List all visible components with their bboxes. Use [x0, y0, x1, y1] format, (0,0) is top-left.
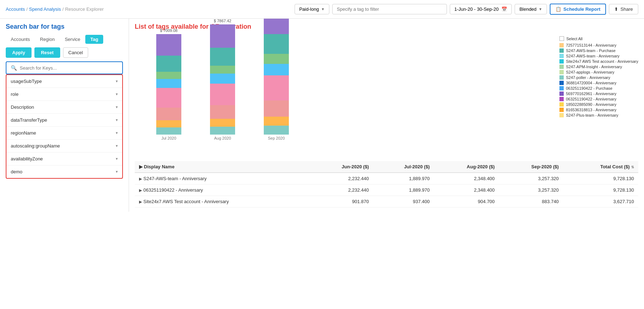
- cancel-button[interactable]: Cancel: [63, 47, 88, 58]
- tag-label: availabilityZone: [11, 156, 43, 161]
- table-row: ▶S247-AWS-team - Anniversary 2,232.440 1…: [135, 173, 638, 184]
- bar-month-label: Jul 2020: [161, 136, 176, 140]
- paid-long-dropdown[interactable]: Paid-long ▼: [295, 4, 329, 14]
- bar-total-label: $ 7867.42: [214, 19, 232, 23]
- cell-sep: 3,257.320: [499, 184, 563, 196]
- tags-list-container: usageSubType▾role▾Description▾dataTransf…: [6, 74, 123, 179]
- tag-label: usageSubType: [11, 79, 42, 84]
- list-item[interactable]: regionName▾: [6, 127, 122, 140]
- chevron-down-icon: ▾: [116, 156, 118, 161]
- chart-and-legend: $ 7009.08Jul 2020$ 7867.42Aug 2020$ 9739…: [135, 36, 638, 158]
- tab-tag[interactable]: Tag: [85, 35, 103, 44]
- reset-button[interactable]: Reset: [34, 47, 60, 58]
- bar-segment: [264, 126, 289, 135]
- legend-color-box: [559, 65, 564, 69]
- legend-color-box: [559, 113, 564, 117]
- legend-item: S247-AWS-team - Anniversary: [559, 54, 638, 58]
- col-aug: Aug-2020 ($): [434, 161, 499, 173]
- list-item[interactable]: dataTransferType▾: [6, 114, 122, 127]
- chevron-down-icon: ▾: [116, 92, 118, 97]
- bar-segment: [210, 66, 235, 74]
- cell-aug: 2,348.400: [434, 173, 499, 184]
- chevron-down-icon: ▾: [116, 131, 118, 135]
- list-item[interactable]: role▾: [6, 88, 122, 101]
- tab-accounts[interactable]: Accounts: [6, 35, 35, 44]
- date-range-button[interactable]: 1-Jun-20 - 30-Sep-20 📅: [450, 4, 512, 14]
- expand-col-icon[interactable]: ▶: [139, 164, 143, 169]
- list-item[interactable]: autoscaling:groupName▾: [6, 140, 122, 153]
- legend-color-box: [559, 92, 564, 96]
- bars-row: $ 7009.08Jul 2020$ 7867.42Aug 2020$ 9739…: [135, 36, 554, 140]
- schedule-report-button[interactable]: 📋 Schedule Report: [550, 4, 606, 15]
- legend-item: 185022885090 - Anniversary: [559, 102, 638, 107]
- breadcrumb-spend-analysis[interactable]: Spend Analysis: [29, 6, 61, 12]
- apply-button[interactable]: Apply: [6, 47, 32, 58]
- legend-color-box: [559, 75, 564, 80]
- legend-color-box: [559, 43, 564, 47]
- search-keys-input[interactable]: [20, 65, 118, 71]
- cell-total: 9,728.130: [563, 173, 638, 184]
- main-content: Search bar for tags Accounts Region Serv…: [0, 19, 644, 212]
- top-navigation: Accounts / Spend Analysis / Resource Exp…: [0, 0, 644, 19]
- bar-segment: [264, 34, 289, 54]
- tag-filter-input[interactable]: [332, 4, 447, 14]
- expand-icon[interactable]: ▶: [139, 177, 142, 181]
- legend-item: 063251190422 - Anniversary: [559, 97, 638, 101]
- bar-segment: [210, 24, 235, 48]
- chevron-down-icon: ▾: [116, 169, 118, 174]
- bar-month-label: Aug 2020: [214, 136, 231, 140]
- tab-service[interactable]: Service: [60, 35, 85, 44]
- bar-segment: [264, 19, 289, 34]
- legend-label: S247-applogs - Anniversary: [566, 70, 614, 74]
- tab-region[interactable]: Region: [35, 35, 59, 44]
- expand-icon[interactable]: ▶: [139, 188, 142, 192]
- cell-total: 9,728.130: [563, 184, 638, 196]
- search-icon: 🔍: [11, 65, 17, 71]
- legend-item: 368814720004 - Anniversary: [559, 81, 638, 85]
- legend-color-box: [559, 102, 564, 107]
- breadcrumb-sep1: /: [26, 6, 28, 12]
- legend-item: 725771513144 - Anniversary: [559, 43, 638, 47]
- col-display-name: ▶ Display Name: [135, 161, 310, 173]
- cell-total: 3,627.710: [563, 196, 638, 207]
- expand-icon[interactable]: ▶: [139, 200, 142, 204]
- chart-legend: Select All 725771513144 - AnniversaryS24…: [554, 36, 638, 158]
- cell-name: ▶063251190422 - Anniversary: [135, 184, 310, 196]
- legend-label: 063251190422 - Anniversary: [566, 97, 616, 101]
- list-item[interactable]: Description▾: [6, 101, 122, 114]
- bar-segment: [210, 105, 235, 119]
- table-row: ▶063251190422 - Anniversary 2,232.440 1,…: [135, 184, 638, 196]
- cell-name: ▶S247-AWS-team - Anniversary: [135, 173, 310, 184]
- legend-item: S247-AWS-team - Purchase: [559, 48, 638, 53]
- right-content: List of tags available for OR operation …: [129, 19, 644, 212]
- col-sep: Sep-2020 ($): [499, 161, 563, 173]
- list-item[interactable]: availabilityZone▾: [6, 153, 122, 165]
- calendar-icon: 📅: [501, 6, 507, 12]
- legend-label: 569770162961 - Anniversary: [566, 92, 616, 96]
- cell-jun: 2,232.440: [310, 173, 373, 184]
- bar-segment: [156, 127, 181, 135]
- stacked-bar: [210, 24, 235, 135]
- schedule-icon: 📋: [555, 6, 561, 12]
- cell-name: ▶Site24x7 AWS Test account - Anniversary: [135, 196, 310, 207]
- bar-segment: [210, 84, 235, 105]
- bar-segment: [210, 119, 235, 127]
- select-all-checkbox[interactable]: [559, 36, 564, 41]
- legend-item: S247-applogs - Anniversary: [559, 70, 638, 74]
- cell-jul: 1,889.970: [373, 173, 434, 184]
- share-button[interactable]: ⬆ Share: [609, 4, 638, 14]
- search-keys-box: 🔍: [6, 61, 123, 74]
- legend-label: S247-AWS-team - Anniversary: [566, 54, 619, 58]
- col-jun: Jun-2020 ($): [310, 161, 373, 173]
- bars-area: $ 7009.08Jul 2020$ 7867.42Aug 2020$ 9739…: [135, 36, 554, 158]
- breadcrumb-accounts[interactable]: Accounts: [6, 6, 25, 12]
- list-item[interactable]: usageSubType▾: [6, 75, 122, 88]
- list-item[interactable]: demo▾: [6, 165, 122, 178]
- chevron-down-icon: ▾: [116, 118, 118, 122]
- stacked-bar: [156, 34, 181, 135]
- bar-month-label: Sep 2020: [268, 136, 285, 140]
- bar-group: $ 9739.68Sep 2020: [264, 19, 289, 140]
- blended-dropdown[interactable]: Blended ▼: [515, 4, 547, 14]
- table-body: ▶S247-AWS-team - Anniversary 2,232.440 1…: [135, 173, 638, 207]
- bar-segment: [210, 48, 235, 66]
